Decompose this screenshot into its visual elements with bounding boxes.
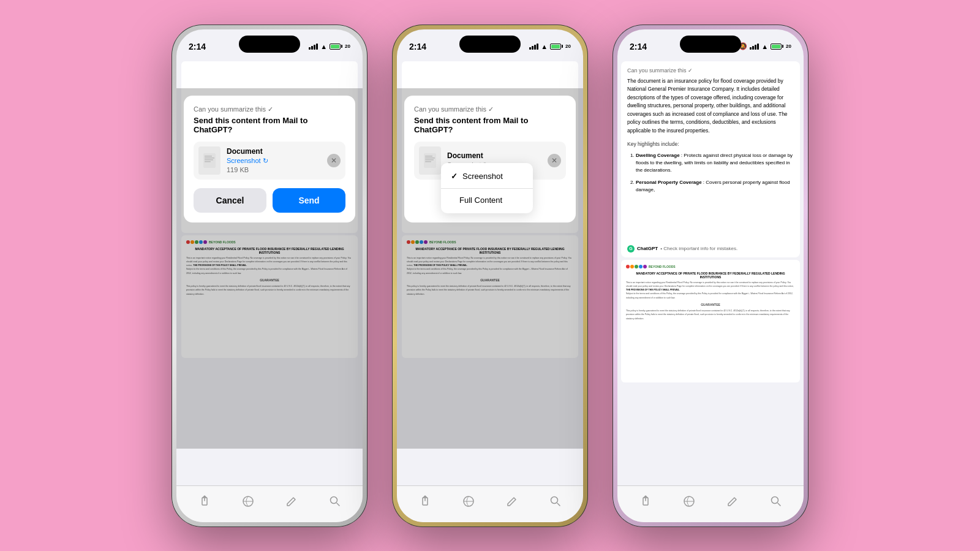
doc-thumbnail-1 — [198, 146, 221, 175]
time-3: 2:14 — [630, 42, 647, 51]
battery-icon-3 — [771, 44, 783, 50]
svg-point-15 — [551, 497, 557, 504]
doc-body-3: This is an important notice regarding yo… — [626, 281, 795, 321]
doc-size-1: 119 KB — [227, 166, 321, 173]
svg-rect-4 — [205, 161, 211, 162]
tab-write-icon-3[interactable] — [723, 492, 742, 511]
tab-bar-1 — [176, 485, 363, 522]
svg-rect-11 — [425, 159, 434, 161]
phone-3: 2:14 🔕 ▲ 20 — [612, 25, 809, 527]
time-1: 2:14 — [189, 42, 206, 51]
wifi-icon-1: ▲ — [320, 43, 327, 50]
share-dialog-2[interactable]: Can you summarize this ✓ Send this conte… — [404, 96, 576, 222]
battery-label-2: 20 — [565, 44, 571, 49]
svg-rect-1 — [205, 156, 212, 157]
status-icons-2: ▲ 20 — [529, 43, 571, 50]
svg-rect-12 — [425, 161, 431, 162]
dialog-buttons-1: Cancel Send — [194, 188, 345, 213]
chatgpt-logo: G — [627, 245, 635, 253]
highlights-list: Dwelling Coverage : Protects against dir… — [627, 152, 794, 194]
tab-bar-2 — [397, 485, 583, 522]
status-icons-3: 🔕 ▲ 20 — [739, 42, 791, 50]
signal-icon-3 — [750, 44, 759, 50]
chat-question-3: Can you summarize this ✓ — [627, 67, 794, 74]
dynamic-island-2 — [459, 36, 521, 53]
tab-write-icon-2[interactable] — [503, 492, 521, 511]
screen-3: Can you summarize this ✓ The document is… — [617, 59, 804, 485]
battery-icon-2 — [550, 44, 563, 50]
tab-search-icon-2[interactable] — [546, 492, 565, 511]
phone-2-screen: 2:14 ▲ 20 — [397, 29, 583, 522]
share-dialog-1[interactable]: Can you summarize this ✓ Send this conte… — [184, 96, 355, 222]
phone-1: 2:14 ▲ 20 — [172, 25, 368, 527]
screen-1: The insurance company with which this co… — [176, 59, 363, 485]
wifi-icon-2: ▲ — [541, 43, 548, 50]
phone-1-screen: 2:14 ▲ 20 — [176, 29, 363, 522]
dropdown-item-full-content[interactable]: Full Content — [441, 189, 533, 211]
doc-thumbnail-2 — [419, 146, 441, 175]
svg-rect-0 — [203, 153, 216, 168]
signal-icon-2 — [529, 44, 538, 50]
svg-point-18 — [771, 497, 778, 504]
dropdown-menu[interactable]: Screenshot Full Content — [441, 163, 533, 214]
chatgpt-panel: Can you summarize this ✓ The document is… — [621, 61, 800, 257]
battery-label-3: 20 — [786, 44, 791, 49]
tab-search-icon-1[interactable] — [326, 492, 344, 511]
doc-name-2: Document — [447, 151, 541, 160]
close-button-1[interactable]: ✕ — [327, 154, 341, 167]
time-2: 2:14 — [409, 42, 426, 51]
status-icons-1: ▲ 20 — [309, 43, 350, 50]
dropdown-divider — [441, 188, 533, 189]
phone-2: 2:14 ▲ 20 — [392, 25, 588, 527]
cancel-button-1[interactable]: Cancel — [194, 188, 266, 213]
svg-rect-2 — [205, 158, 214, 159]
svg-rect-3 — [205, 159, 213, 161]
svg-rect-8 — [424, 153, 436, 168]
tab-share-icon-1[interactable] — [195, 492, 214, 511]
phone-3-screen: 2:14 🔕 ▲ 20 — [617, 29, 804, 522]
tab-explore-icon-2[interactable] — [459, 492, 478, 511]
chatgpt-badge: G ChatGPT • Check important info for mis… — [627, 245, 737, 253]
dynamic-island-1 — [239, 36, 300, 53]
document-row-1: Document Screenshot ↻ 119 KB ✕ — [194, 142, 345, 180]
dynamic-island-3 — [680, 36, 741, 53]
wifi-icon-3: ▲ — [761, 43, 768, 50]
dialog-pretitle-1: Can you summarize this ✓ — [194, 105, 345, 113]
tab-explore-icon-1[interactable] — [239, 492, 257, 511]
tab-bar-3 — [617, 485, 804, 522]
signal-icon-1 — [309, 44, 318, 50]
highlight-1: Dwelling Coverage : Protects against dir… — [636, 152, 794, 174]
chatgpt-name: ChatGPT — [637, 246, 658, 251]
battery-icon-1 — [330, 44, 342, 50]
close-button-2[interactable]: ✕ — [548, 154, 561, 167]
tab-write-icon-1[interactable] — [282, 492, 301, 511]
svg-rect-9 — [425, 156, 432, 157]
logo-text-3: BEYOND FLOODS — [649, 265, 676, 268]
doc-page-5: BEYOND FLOODS MANDATORY ACCEPTANCE OF PR… — [621, 260, 800, 382]
battery-label-1: 20 — [345, 44, 350, 49]
doc-heading-3: MANDATORY ACCEPTANCE OF PRIVATE FLOOD IN… — [626, 272, 795, 279]
tab-share-icon-2[interactable] — [416, 492, 434, 511]
tab-share-icon-3[interactable] — [636, 492, 655, 511]
svg-point-7 — [330, 497, 337, 504]
send-button-1[interactable]: Send — [273, 188, 345, 213]
svg-rect-10 — [425, 158, 435, 159]
chatgpt-check-text: • Check important info for mistakes. — [660, 246, 737, 251]
dialog-title-1: Send this content from Mail to ChatGPT? — [194, 116, 345, 134]
screen-2: The insurance company with which this co… — [397, 59, 583, 485]
chat-response-3: The document is an insurance policy for … — [627, 77, 794, 194]
highlight-2: Personal Property Coverage : Covers pers… — [636, 179, 794, 194]
tab-explore-icon-3[interactable] — [680, 492, 698, 511]
dropdown-item-screenshot[interactable]: Screenshot — [441, 165, 533, 187]
dialog-pretitle-2: Can you summarize this ✓ — [414, 105, 566, 113]
tab-search-icon-3[interactable] — [767, 492, 785, 511]
doc-name-1: Document — [227, 147, 321, 156]
doc-info-1: Document Screenshot ↻ 119 KB — [227, 147, 321, 173]
doc-type-1[interactable]: Screenshot ↻ — [227, 157, 268, 165]
dialog-title-2: Send this content from Mail to ChatGPT? — [414, 116, 566, 134]
